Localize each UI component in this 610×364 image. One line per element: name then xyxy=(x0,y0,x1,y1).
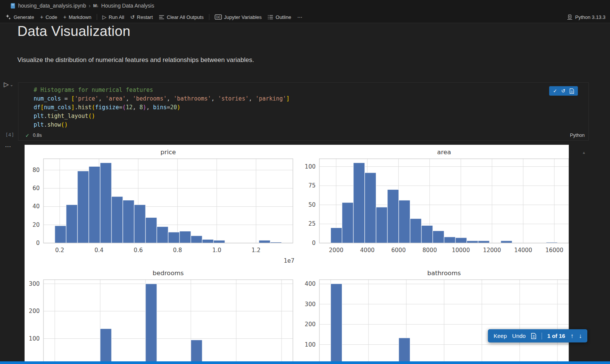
svg-text:14000: 14000 xyxy=(514,247,532,254)
kernel-picker[interactable]: Python 3.13.3 xyxy=(567,14,605,20)
plus-icon: + xyxy=(63,14,66,20)
diff-file-icon[interactable]: ± xyxy=(531,333,536,339)
histogram-area: area025507510020004000600080001000012000… xyxy=(305,149,569,254)
svg-text:400: 400 xyxy=(305,280,316,287)
histogram-bathrooms: bathrooms01002003004001.01.52.02.53.03.5… xyxy=(305,270,569,364)
restart-button[interactable]: ↺ Restart xyxy=(127,12,156,22)
svg-text:100: 100 xyxy=(29,335,40,342)
undo-button[interactable]: Undo xyxy=(512,333,526,339)
svg-text:2000: 2000 xyxy=(329,247,343,254)
kernel-icon xyxy=(567,14,573,20)
keep-button[interactable]: Keep xyxy=(494,333,507,339)
execution-count: [4] xyxy=(5,132,14,138)
svg-text:80: 80 xyxy=(33,167,40,173)
svg-text:1e7: 1e7 xyxy=(284,257,294,264)
breadcrumb-file[interactable]: housing_data_analysis.ipynb xyxy=(18,3,86,9)
svg-text:200: 200 xyxy=(305,321,316,328)
run-all-button[interactable]: ▷ Run All xyxy=(99,12,127,22)
notebook-toolbar: Generate + Code + Markdown ▷ Run All ↺ R… xyxy=(0,11,610,23)
add-markdown-button[interactable]: + Markdown xyxy=(60,12,94,22)
clear-all-icon xyxy=(159,15,164,20)
breadcrumb: housing_data_analysis.ipynb › M↓ Housing… xyxy=(0,0,610,11)
svg-text:100: 100 xyxy=(305,341,316,348)
svg-text:100: 100 xyxy=(305,163,316,170)
svg-text:0.2: 0.2 xyxy=(55,247,64,254)
outline-button[interactable]: Outline xyxy=(265,12,294,22)
variables-icon: (x) xyxy=(215,14,222,20)
svg-text:1.0: 1.0 xyxy=(212,247,221,254)
svg-text:0.6: 0.6 xyxy=(134,247,143,254)
jupyter-variables-button[interactable]: (x) Jupyter Variables xyxy=(212,12,265,22)
svg-text:0.4: 0.4 xyxy=(94,247,104,254)
generate-button[interactable]: Generate xyxy=(2,12,37,22)
markdown-paragraph: Visualize the distribution of numerical … xyxy=(17,56,254,64)
markdown-heading: Data Visualization xyxy=(17,23,130,39)
histograms-figure: price0204060800.20.40.60.81.01.21e7area0… xyxy=(25,145,569,364)
add-code-button[interactable]: + Code xyxy=(37,12,60,22)
plus-icon: + xyxy=(40,14,43,20)
svg-text:area: area xyxy=(437,149,451,156)
toolbar-divider xyxy=(97,14,97,20)
toolbar-divider xyxy=(209,14,209,20)
svg-text:1.2: 1.2 xyxy=(252,247,261,254)
code-line: plt.tight_layout() xyxy=(34,112,588,121)
undo-icon[interactable]: ↺ xyxy=(561,88,565,93)
outline-icon xyxy=(268,15,273,20)
svg-text:200: 200 xyxy=(29,308,40,314)
breadcrumb-cell[interactable]: Housing Data Analysis xyxy=(101,3,154,9)
code-editor[interactable]: # Histograms for numerical featuresnum_c… xyxy=(19,83,588,129)
output-options-button[interactable]: ⋯ xyxy=(5,143,11,150)
success-check-icon: ✓ xyxy=(25,133,29,138)
svg-text:300: 300 xyxy=(29,280,40,287)
vscode-notebook-window: { "breadcrumb": { "file_name": "housing_… xyxy=(0,0,610,364)
svg-text:6000: 6000 xyxy=(391,247,406,254)
svg-text:±: ± xyxy=(570,89,573,93)
cell-status-bar: ✓ 0.8s Python xyxy=(19,130,588,140)
markdown-cell-icon: M↓ xyxy=(93,3,98,8)
cell-output: price0204060800.20.40.60.81.01.21e7area0… xyxy=(25,145,569,364)
histogram-price: price0204060800.20.40.60.81.01.21e7 xyxy=(33,149,294,264)
cell-language[interactable]: Python xyxy=(570,133,585,138)
next-edit-button[interactable]: ↓ xyxy=(579,333,582,339)
execution-time: 0.8s xyxy=(33,133,42,138)
more-icon: ⋯ xyxy=(297,14,302,20)
review-divider xyxy=(542,333,542,339)
svg-text:10000: 10000 xyxy=(452,247,470,254)
sparkle-icon xyxy=(5,14,11,20)
inline-suggestion-toolbar: ✓ ↺ ± xyxy=(549,86,578,96)
run-options-chevron-icon[interactable]: ⌄ xyxy=(10,82,13,87)
svg-text:0: 0 xyxy=(312,240,316,246)
svg-text:20: 20 xyxy=(33,221,40,228)
breadcrumb-separator-icon: › xyxy=(89,3,91,9)
code-line: num_cols = ['price', 'area', 'bedrooms',… xyxy=(34,94,588,103)
notebook-file-icon xyxy=(11,3,15,9)
previous-edit-button[interactable]: ↑ xyxy=(570,333,573,339)
run-all-icon: ▷ xyxy=(102,14,107,20)
svg-text:16000: 16000 xyxy=(545,247,564,254)
svg-text:(x): (x) xyxy=(216,15,220,19)
svg-text:12000: 12000 xyxy=(483,247,501,254)
accept-check-icon[interactable]: ✓ xyxy=(553,88,557,93)
clear-all-outputs-button[interactable]: Clear All Outputs xyxy=(156,12,207,22)
svg-text:0: 0 xyxy=(36,240,40,246)
run-cell-button[interactable]: ▷ xyxy=(4,81,9,88)
cell-run-controls: ▷ ⌄ xyxy=(4,81,13,88)
svg-text:300: 300 xyxy=(305,301,316,308)
code-cell: # Histograms for numerical featuresnum_c… xyxy=(18,82,589,141)
svg-text:0.8: 0.8 xyxy=(173,247,182,254)
diff-file-icon[interactable]: ± xyxy=(570,88,574,94)
svg-text:50: 50 xyxy=(308,201,316,208)
kernel-label: Python 3.13.3 xyxy=(575,14,605,20)
edit-review-toolbar: Keep Undo ± 1 of 16 ↑ ↓ xyxy=(488,329,587,342)
code-line: df[num_cols].hist(figsize=(12, 8), bins=… xyxy=(34,103,588,112)
svg-text:40: 40 xyxy=(33,203,40,210)
svg-text:±: ± xyxy=(532,334,535,338)
histogram-bedrooms: bedrooms0100200300123456 xyxy=(29,270,293,364)
svg-text:4000: 4000 xyxy=(360,247,375,254)
svg-text:bathrooms: bathrooms xyxy=(427,270,461,277)
svg-text:bedrooms: bedrooms xyxy=(153,270,184,277)
scroll-output-collapse-icon[interactable]: ▲ xyxy=(582,150,586,155)
code-line: plt.show() xyxy=(34,121,588,129)
more-actions-button[interactable]: ⋯ xyxy=(294,12,305,22)
code-line: # Histograms for numerical features xyxy=(34,86,588,94)
